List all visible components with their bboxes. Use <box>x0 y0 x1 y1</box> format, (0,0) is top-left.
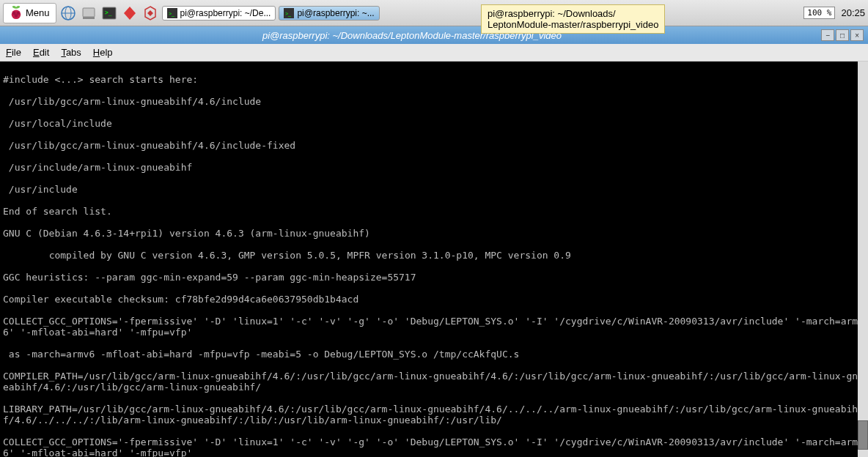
svg-point-2 <box>16 11 20 15</box>
minimize-button[interactable]: − <box>821 29 834 41</box>
close-button[interactable]: × <box>850 29 864 41</box>
terminal-line: /usr/include <box>3 184 865 195</box>
svg-rect-7 <box>83 8 95 17</box>
task-label: pi@raspberrypi: ~... <box>297 8 374 18</box>
maximize-button[interactable]: □ <box>836 29 849 41</box>
window-title: pi@raspberrypi: ~/Downloads/LeptonModule… <box>4 30 820 41</box>
terminal-line: COMPILER_PATH=/usr/lib/gcc/arm-linux-gnu… <box>3 371 865 393</box>
terminal-line: /usr/local/include <box>3 118 865 129</box>
scrollbar[interactable] <box>858 62 868 457</box>
svg-rect-8 <box>83 17 95 19</box>
terminal-line: COLLECT_GCC_OPTIONS='-fpermissive' '-D' … <box>3 436 865 457</box>
svg-marker-11 <box>124 7 136 20</box>
terminal-line: End of search list. <box>3 206 865 217</box>
svg-marker-13 <box>147 10 153 16</box>
terminal-line: compiled by GNU C version 4.6.3, GMP ver… <box>3 250 865 261</box>
svg-point-3 <box>15 14 18 18</box>
terminal-small-icon: >_ <box>167 8 177 18</box>
raspberry-logo-icon <box>10 5 23 21</box>
tooltip-line: LeptonModule-master/raspberrypi_video <box>488 19 658 30</box>
battery-indicator[interactable]: 100 % <box>803 7 835 19</box>
terminal-line: GGC heuristics: --param ggc-min-expand=5… <box>3 272 865 283</box>
terminal-line: /usr/lib/gcc/arm-linux-gnueabihf/4.6/inc… <box>3 96 865 107</box>
clock[interactable]: 20:25 <box>841 7 865 18</box>
svg-text:>_: >_ <box>105 10 112 16</box>
terminal-line: Compiler executable checksum: cf78bfe2d9… <box>3 294 865 305</box>
menu-edit[interactable]: Edit <box>33 47 49 58</box>
menu-label: Menu <box>26 7 50 18</box>
terminal-line: COLLECT_GCC_OPTIONS='-fpermissive' '-D' … <box>3 316 865 338</box>
taskbar-item-2[interactable]: >_ pi@raspberrypi: ~... <box>279 6 379 21</box>
terminal-line: #include <...> search starts here: <box>3 74 865 85</box>
mathematica-icon[interactable] <box>121 4 139 22</box>
start-menu-button[interactable]: Menu <box>3 3 56 23</box>
tooltip: pi@raspberrypi: ~/Downloads/ LeptonModul… <box>481 4 665 34</box>
scrollbar-thumb[interactable] <box>858 420 868 450</box>
file-manager-icon[interactable] <box>80 4 98 22</box>
menubar: File Edit Tabs Help <box>0 44 868 62</box>
terminal-icon[interactable]: >_ <box>100 4 118 22</box>
menu-file[interactable]: File <box>6 47 21 58</box>
wolfram-icon[interactable] <box>141 4 159 22</box>
system-tray: 100 % 20:25 <box>803 7 865 19</box>
tooltip-line: pi@raspberrypi: ~/Downloads/ <box>488 8 658 19</box>
menu-tabs[interactable]: Tabs <box>61 47 81 58</box>
web-browser-icon[interactable] <box>59 4 77 22</box>
svg-text:>_: >_ <box>169 11 174 17</box>
terminal-line: LIBRARY_PATH=/usr/lib/gcc/arm-linux-gnue… <box>3 404 865 426</box>
task-label: pi@raspberrypi: ~/De... <box>180 8 271 18</box>
terminal-line: as -march=armv6 -mfloat-abi=hard -mfpu=v… <box>3 349 865 360</box>
svg-text:>_: >_ <box>285 11 291 17</box>
taskbar-item-1[interactable]: >_ pi@raspberrypi: ~/De... <box>162 6 276 21</box>
window-titlebar[interactable]: pi@raspberrypi: ~/Downloads/LeptonModule… <box>0 26 868 44</box>
taskbar: Menu >_ >_ pi@raspberrypi: ~/De... >_ pi… <box>0 0 868 26</box>
svg-point-1 <box>12 11 16 15</box>
menu-help[interactable]: Help <box>93 47 113 58</box>
terminal-output[interactable]: #include <...> search starts here: /usr/… <box>0 62 868 457</box>
terminal-line: /usr/lib/gcc/arm-linux-gnueabihf/4.6/inc… <box>3 140 865 151</box>
terminal-line: /usr/include/arm-linux-gnueabihf <box>3 162 865 173</box>
terminal-small-icon: >_ <box>284 8 294 18</box>
terminal-line: GNU C (Debian 4.6.3-14+rpi1) version 4.6… <box>3 228 865 239</box>
